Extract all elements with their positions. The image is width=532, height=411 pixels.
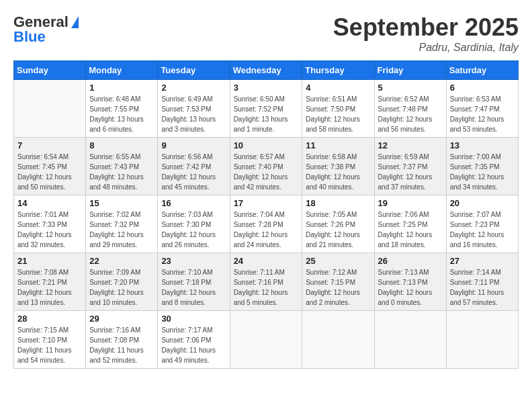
calendar-cell: 15Sunrise: 7:02 AM Sunset: 7:32 PM Dayli… bbox=[86, 195, 158, 253]
calendar-cell: 23Sunrise: 7:10 AM Sunset: 7:18 PM Dayli… bbox=[158, 253, 230, 311]
calendar-cell: 10Sunrise: 6:57 AM Sunset: 7:40 PM Dayli… bbox=[230, 138, 302, 195]
day-number: 25 bbox=[306, 256, 370, 266]
day-number: 2 bbox=[161, 83, 226, 93]
weekday-header-wednesday: Wednesday bbox=[230, 61, 302, 80]
weekday-header-thursday: Thursday bbox=[302, 61, 374, 80]
day-number: 16 bbox=[161, 198, 226, 208]
day-number: 22 bbox=[89, 256, 154, 266]
day-number: 12 bbox=[378, 140, 443, 150]
day-info: Sunrise: 7:09 AM Sunset: 7:20 PM Dayligh… bbox=[89, 267, 154, 308]
day-number: 14 bbox=[17, 198, 82, 208]
calendar-cell: 4Sunrise: 6:51 AM Sunset: 7:50 PM Daylig… bbox=[302, 80, 374, 138]
calendar-cell: 14Sunrise: 7:01 AM Sunset: 7:33 PM Dayli… bbox=[14, 195, 86, 253]
calendar-cell bbox=[302, 311, 374, 369]
day-info: Sunrise: 6:48 AM Sunset: 7:55 PM Dayligh… bbox=[89, 94, 154, 134]
calendar-cell: 11Sunrise: 6:58 AM Sunset: 7:38 PM Dayli… bbox=[302, 138, 374, 195]
day-info: Sunrise: 7:07 AM Sunset: 7:23 PM Dayligh… bbox=[450, 210, 515, 250]
day-number: 13 bbox=[450, 140, 515, 150]
calendar-header-row: SundayMondayTuesdayWednesdayThursdayFrid… bbox=[14, 61, 519, 80]
day-number: 26 bbox=[378, 256, 443, 266]
weekday-header-tuesday: Tuesday bbox=[158, 61, 230, 80]
weekday-header-sunday: Sunday bbox=[14, 61, 86, 80]
month-title: September 2025 bbox=[333, 13, 519, 42]
day-info: Sunrise: 7:16 AM Sunset: 7:08 PM Dayligh… bbox=[89, 325, 154, 365]
calendar-cell: 19Sunrise: 7:06 AM Sunset: 7:25 PM Dayli… bbox=[374, 195, 446, 253]
day-number: 4 bbox=[306, 83, 370, 93]
day-info: Sunrise: 6:56 AM Sunset: 7:42 PM Dayligh… bbox=[161, 152, 226, 192]
day-info: Sunrise: 7:01 AM Sunset: 7:33 PM Dayligh… bbox=[17, 210, 82, 250]
day-info: Sunrise: 6:54 AM Sunset: 7:45 PM Dayligh… bbox=[17, 152, 82, 192]
day-info: Sunrise: 6:53 AM Sunset: 7:47 PM Dayligh… bbox=[450, 94, 515, 134]
day-number: 29 bbox=[89, 314, 154, 324]
weekday-header-monday: Monday bbox=[86, 61, 158, 80]
day-info: Sunrise: 6:57 AM Sunset: 7:40 PM Dayligh… bbox=[234, 152, 299, 192]
day-info: Sunrise: 6:55 AM Sunset: 7:43 PM Dayligh… bbox=[89, 152, 154, 192]
day-number: 28 bbox=[17, 314, 82, 324]
day-info: Sunrise: 7:00 AM Sunset: 7:35 PM Dayligh… bbox=[450, 152, 515, 192]
calendar-cell: 17Sunrise: 7:04 AM Sunset: 7:28 PM Dayli… bbox=[230, 195, 302, 253]
day-number: 30 bbox=[161, 314, 226, 324]
day-info: Sunrise: 7:14 AM Sunset: 7:11 PM Dayligh… bbox=[450, 267, 515, 308]
day-info: Sunrise: 7:17 AM Sunset: 7:06 PM Dayligh… bbox=[161, 325, 226, 365]
day-number: 15 bbox=[89, 198, 154, 208]
day-info: Sunrise: 7:10 AM Sunset: 7:18 PM Dayligh… bbox=[161, 267, 226, 308]
day-number: 21 bbox=[17, 256, 82, 266]
calendar-week-row: 7Sunrise: 6:54 AM Sunset: 7:45 PM Daylig… bbox=[14, 138, 519, 195]
logo-triangle-icon bbox=[71, 16, 79, 28]
calendar-cell: 16Sunrise: 7:03 AM Sunset: 7:30 PM Dayli… bbox=[158, 195, 230, 253]
day-info: Sunrise: 7:04 AM Sunset: 7:28 PM Dayligh… bbox=[234, 210, 299, 250]
calendar-cell: 30Sunrise: 7:17 AM Sunset: 7:06 PM Dayli… bbox=[158, 311, 230, 369]
title-section: September 2025 Padru, Sardinia, Italy bbox=[333, 13, 519, 54]
calendar-table: SundayMondayTuesdayWednesdayThursdayFrid… bbox=[13, 60, 519, 369]
calendar-cell: 27Sunrise: 7:14 AM Sunset: 7:11 PM Dayli… bbox=[446, 253, 518, 311]
day-info: Sunrise: 6:52 AM Sunset: 7:48 PM Dayligh… bbox=[378, 94, 443, 134]
weekday-header-friday: Friday bbox=[374, 61, 446, 80]
logo-blue-text: Blue bbox=[13, 28, 46, 46]
day-info: Sunrise: 6:59 AM Sunset: 7:37 PM Dayligh… bbox=[378, 152, 443, 192]
calendar-cell: 18Sunrise: 7:05 AM Sunset: 7:26 PM Dayli… bbox=[302, 195, 374, 253]
day-number: 17 bbox=[234, 198, 299, 208]
calendar-cell: 2Sunrise: 6:49 AM Sunset: 7:53 PM Daylig… bbox=[158, 80, 230, 138]
calendar-cell: 20Sunrise: 7:07 AM Sunset: 7:23 PM Dayli… bbox=[446, 195, 518, 253]
calendar-week-row: 28Sunrise: 7:15 AM Sunset: 7:10 PM Dayli… bbox=[14, 311, 519, 369]
day-info: Sunrise: 7:02 AM Sunset: 7:32 PM Dayligh… bbox=[89, 210, 154, 250]
calendar-cell: 13Sunrise: 7:00 AM Sunset: 7:35 PM Dayli… bbox=[446, 138, 518, 195]
calendar-cell bbox=[446, 311, 518, 369]
calendar-cell bbox=[374, 311, 446, 369]
calendar-cell: 26Sunrise: 7:13 AM Sunset: 7:13 PM Dayli… bbox=[374, 253, 446, 311]
day-number: 1 bbox=[89, 83, 154, 93]
calendar-cell: 28Sunrise: 7:15 AM Sunset: 7:10 PM Dayli… bbox=[14, 311, 86, 369]
calendar-cell: 3Sunrise: 6:50 AM Sunset: 7:52 PM Daylig… bbox=[230, 80, 302, 138]
day-number: 19 bbox=[378, 198, 443, 208]
calendar-cell: 6Sunrise: 6:53 AM Sunset: 7:47 PM Daylig… bbox=[446, 80, 518, 138]
calendar-week-row: 1Sunrise: 6:48 AM Sunset: 7:55 PM Daylig… bbox=[14, 80, 519, 138]
calendar-cell: 9Sunrise: 6:56 AM Sunset: 7:42 PM Daylig… bbox=[158, 138, 230, 195]
calendar-cell: 12Sunrise: 6:59 AM Sunset: 7:37 PM Dayli… bbox=[374, 138, 446, 195]
day-number: 27 bbox=[450, 256, 515, 266]
day-number: 10 bbox=[234, 140, 299, 150]
calendar-cell: 21Sunrise: 7:08 AM Sunset: 7:21 PM Dayli… bbox=[14, 253, 86, 311]
logo: General Blue bbox=[13, 13, 79, 46]
day-number: 3 bbox=[234, 83, 299, 93]
day-info: Sunrise: 7:12 AM Sunset: 7:15 PM Dayligh… bbox=[306, 267, 370, 308]
day-info: Sunrise: 6:58 AM Sunset: 7:38 PM Dayligh… bbox=[306, 152, 370, 192]
day-number: 6 bbox=[450, 83, 515, 93]
calendar-cell bbox=[14, 80, 86, 138]
day-info: Sunrise: 7:13 AM Sunset: 7:13 PM Dayligh… bbox=[378, 267, 443, 308]
calendar-cell: 1Sunrise: 6:48 AM Sunset: 7:55 PM Daylig… bbox=[86, 80, 158, 138]
day-info: Sunrise: 7:11 AM Sunset: 7:16 PM Dayligh… bbox=[234, 267, 299, 308]
day-number: 7 bbox=[17, 140, 82, 150]
day-number: 20 bbox=[450, 198, 515, 208]
location-text: Padru, Sardinia, Italy bbox=[333, 42, 519, 54]
day-number: 9 bbox=[161, 140, 226, 150]
calendar-cell: 25Sunrise: 7:12 AM Sunset: 7:15 PM Dayli… bbox=[302, 253, 374, 311]
day-info: Sunrise: 7:06 AM Sunset: 7:25 PM Dayligh… bbox=[378, 210, 443, 250]
calendar-cell: 22Sunrise: 7:09 AM Sunset: 7:20 PM Dayli… bbox=[86, 253, 158, 311]
weekday-header-saturday: Saturday bbox=[446, 61, 518, 80]
day-number: 11 bbox=[306, 140, 370, 150]
calendar-cell: 5Sunrise: 6:52 AM Sunset: 7:48 PM Daylig… bbox=[374, 80, 446, 138]
calendar-cell: 29Sunrise: 7:16 AM Sunset: 7:08 PM Dayli… bbox=[86, 311, 158, 369]
calendar-cell: 24Sunrise: 7:11 AM Sunset: 7:16 PM Dayli… bbox=[230, 253, 302, 311]
day-number: 23 bbox=[161, 256, 226, 266]
day-info: Sunrise: 7:08 AM Sunset: 7:21 PM Dayligh… bbox=[17, 267, 82, 308]
